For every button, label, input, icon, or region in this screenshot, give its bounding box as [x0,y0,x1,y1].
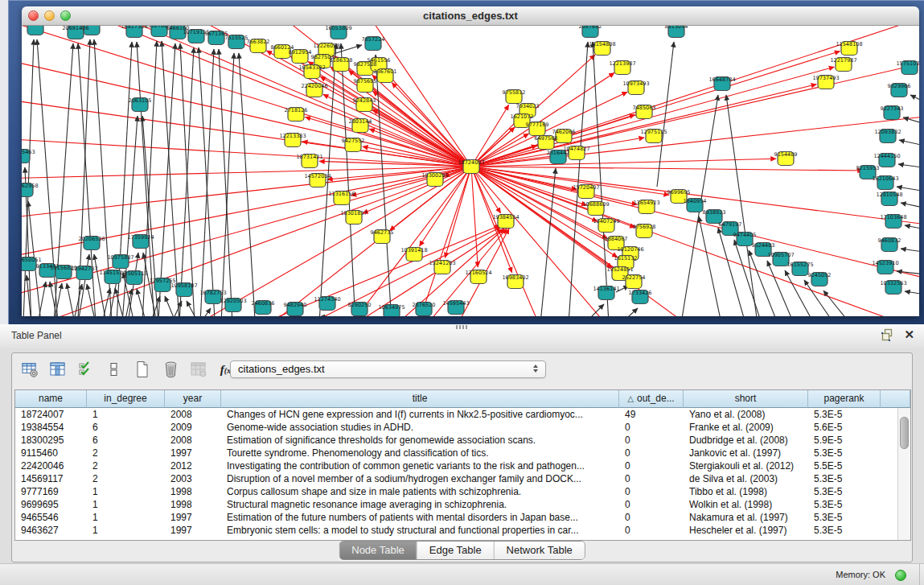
table-cell[interactable]: 0 [619,511,684,524]
table-cell[interactable]: 49 [619,408,684,421]
table-cell[interactable]: 0 [619,447,684,459]
table-row[interactable]: 1456911722003Disruption of a novel membe… [15,472,910,485]
table-cell[interactable]: 5.6E-5 [808,421,881,434]
table-cell[interactable]: Franke et al. (2009) [684,421,808,434]
table-cell[interactable]: 2 [87,447,165,459]
table-cell[interactable]: 0 [619,485,684,498]
table-cell[interactable]: Genome-wide association studies in ADHD. [221,421,619,434]
table-cell[interactable]: 5.3E-5 [808,485,881,498]
table-cell[interactable]: 22420046 [15,459,87,472]
table-cell[interactable]: 19384554 [15,421,87,434]
minimize-window-button[interactable] [44,10,55,21]
table-cell[interactable]: Yano et al. (2008) [684,408,808,421]
column-header-out_de[interactable]: △out_de... [619,390,684,408]
table-cell[interactable]: 5.3E-5 [808,408,881,421]
table-cell[interactable]: de Silva et al. (2003) [684,472,808,485]
import-table-button[interactable] [189,360,208,379]
column-header-year[interactable]: year [165,390,221,408]
table-cell[interactable]: 1998 [165,498,221,511]
table-cell[interactable]: Structural magnetic resonance image aver… [221,498,619,511]
table-cell[interactable]: 5.5E-5 [808,459,881,472]
table-cell[interactable]: 14569117 [15,472,87,485]
table-vertical-scrollbar[interactable] [897,408,910,540]
table-cell[interactable]: 2 [87,459,165,472]
table-cell[interactable]: Disruption of a novel member of a sodium… [221,472,619,485]
table-cell[interactable]: 0 [619,472,684,485]
select-columns-button[interactable] [76,360,96,379]
table-cell[interactable]: Hescheler et al. (1997) [684,524,808,537]
merge-rows-button[interactable] [105,360,124,379]
column-header-name[interactable]: name [15,390,87,408]
tab-node-table[interactable]: Node Table [339,542,417,559]
table-row[interactable]: 969969511998Structural magnetic resonanc… [15,498,910,511]
table-cell[interactable]: 0 [619,421,684,434]
table-cell[interactable]: 2003 [165,472,221,485]
table-cell[interactable]: 5.3E-5 [808,447,881,459]
table-cell[interactable]: 1 [87,408,165,421]
table-cell[interactable]: 1 [87,485,165,498]
table-cell[interactable]: Estimation of significance thresholds fo… [221,434,619,447]
table-row[interactable]: 946362711997Embryonic stem cells: a mode… [15,524,910,537]
table-cell[interactable]: 5.3E-5 [808,524,881,537]
splitter-grip[interactable] [456,325,467,329]
table-row[interactable]: 1872400712008Changes of HCN gene express… [15,408,910,421]
network-window-titlebar[interactable]: citations_edges.txt [22,6,919,26]
table-cell[interactable]: 18724007 [15,408,87,421]
table-cell[interactable]: Wolkin et al. (1998) [684,498,808,511]
table-cell[interactable]: 5.3E-5 [808,511,881,524]
table-row[interactable]: 2242004622012Investigating the contribut… [15,459,910,472]
delete-table-button[interactable] [161,360,180,379]
table-cell[interactable]: 9463627 [15,524,87,537]
table-settings-button[interactable] [20,360,39,379]
table-cell[interactable]: Tourette syndrome. Phenomenology and cla… [221,447,619,459]
table-row[interactable]: 911546021997Tourette syndrome. Phenomeno… [15,447,910,459]
table-cell[interactable]: Estimation of the future numbers of pati… [221,511,619,524]
table-cell[interactable]: 1998 [165,485,221,498]
table-cell[interactable]: 2008 [165,408,221,421]
table-cell[interactable]: 6 [87,434,165,447]
new-table-button[interactable] [133,360,152,379]
tab-network-table[interactable]: Network Table [494,542,585,559]
show-columns-button[interactable] [48,360,68,379]
scrollbar-thumb[interactable] [900,417,909,449]
network-canvas[interactable]: 1035574206914061810527416817306312760764… [22,26,919,316]
table-cell[interactable]: 0 [619,524,684,537]
table-cell[interactable]: 2008 [165,434,221,447]
table-cell[interactable]: 1 [87,498,165,511]
table-cell[interactable]: 1 [87,511,165,524]
table-cell[interactable]: 2009 [165,421,221,434]
table-cell[interactable]: 0 [619,434,684,447]
table-cell[interactable]: 1997 [165,447,221,459]
table-cell[interactable]: Changes of HCN gene expression and I(f) … [221,408,619,421]
column-header-in_degree[interactable]: in_degree [87,390,165,408]
table-cell[interactable]: 5.9E-5 [808,434,881,447]
table-cell[interactable]: 5.3E-5 [808,472,881,485]
table-cell[interactable]: 9465546 [15,511,87,524]
column-header-short[interactable]: short [684,390,808,408]
tab-edge-table[interactable]: Edge Table [417,542,494,559]
float-panel-icon[interactable] [881,328,894,341]
table-row[interactable]: 977716911998Corpus callosum shape and si… [15,485,910,498]
table-cell[interactable]: Embryonic stem cells: a model to study s… [221,524,619,537]
zoom-window-button[interactable] [60,10,71,21]
table-cell[interactable]: 1997 [165,524,221,537]
close-window-button[interactable] [28,10,39,21]
table-cell[interactable]: 1997 [165,511,221,524]
table-cell[interactable]: Dudbridge et al. (2008) [684,434,808,447]
table-cell[interactable]: 18300295 [15,434,87,447]
table-selector[interactable]: citations_edges.txt [230,360,546,378]
column-header-pagerank[interactable]: pagerank [808,390,881,408]
table-cell[interactable]: 0 [619,498,684,511]
table-cell[interactable]: Tibbo et al. (1998) [684,485,808,498]
table-cell[interactable]: Investigating the contribution of common… [221,459,619,472]
table-cell[interactable]: 9777169 [15,485,87,498]
table-cell[interactable]: 5.3E-5 [808,498,881,511]
table-cell[interactable]: 6 [87,421,165,434]
table-cell[interactable]: 1 [87,524,165,537]
close-panel-icon[interactable]: ✕ [904,328,914,341]
table-cell[interactable]: Corpus callosum shape and size in male p… [221,485,619,498]
table-cell[interactable]: Nakamura et al. (1997) [684,511,808,524]
table-cell[interactable]: 9699695 [15,498,87,511]
table-cell[interactable]: Stergiakouli et al. (2012) [684,459,808,472]
table-cell[interactable]: 2 [87,472,165,485]
